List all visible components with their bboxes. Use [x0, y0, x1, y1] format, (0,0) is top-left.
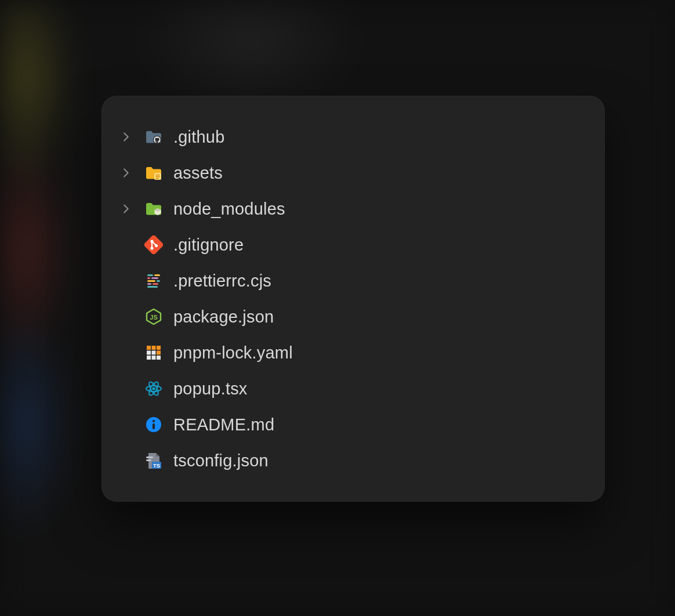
tree-row-github[interactable]: .github [115, 119, 585, 155]
svg-rect-32 [157, 356, 161, 360]
pnpm-icon [143, 342, 164, 363]
svg-rect-19 [147, 283, 151, 285]
tree-item-label: tsconfig.json [173, 451, 268, 470]
svg-rect-4 [156, 178, 159, 179]
svg-rect-28 [147, 351, 151, 355]
folder-node-modules-icon [143, 198, 164, 219]
chevron-right-icon[interactable] [118, 129, 134, 145]
file-tree: .github assets [115, 119, 585, 479]
svg-rect-41 [146, 459, 151, 461]
svg-rect-13 [147, 274, 153, 276]
folder-github-icon [143, 126, 164, 147]
tree-item-label: pnpm-lock.yaml [173, 343, 293, 363]
info-icon [143, 414, 164, 435]
svg-rect-40 [146, 456, 153, 458]
nodejs-icon: JS [143, 306, 164, 327]
svg-point-33 [152, 387, 155, 390]
svg-text:TS: TS [153, 462, 160, 469]
tree-row-assets[interactable]: assets [115, 155, 585, 191]
git-icon [143, 234, 164, 255]
tree-item-label: .prettierrc.cjs [173, 271, 271, 291]
svg-rect-21 [147, 286, 158, 288]
tree-item-label: .github [173, 128, 224, 147]
svg-rect-30 [147, 356, 151, 360]
tree-item-label: package.json [173, 307, 274, 327]
svg-rect-16 [151, 277, 158, 279]
folder-assets-icon [143, 162, 164, 183]
svg-rect-24 [147, 346, 151, 350]
svg-rect-29 [152, 351, 156, 355]
svg-point-38 [153, 420, 155, 422]
tree-row-pnpm-lock[interactable]: pnpm-lock.yaml [115, 335, 585, 371]
tree-item-label: README.md [173, 415, 274, 434]
svg-rect-2 [156, 175, 160, 176]
tree-row-tsconfig[interactable]: TS tsconfig.json [115, 443, 585, 479]
svg-rect-7 [144, 235, 163, 254]
tree-row-popup-tsx[interactable]: popup.tsx [115, 371, 585, 407]
svg-point-11 [155, 244, 158, 247]
file-explorer-panel: .github assets [101, 96, 605, 502]
svg-rect-17 [147, 280, 155, 282]
svg-rect-27 [157, 351, 161, 355]
svg-point-10 [150, 240, 153, 242]
svg-rect-3 [156, 176, 160, 177]
tree-item-label: .gitignore [173, 235, 244, 255]
tree-row-prettierrc[interactable]: .prettierrc.cjs [115, 263, 585, 299]
tree-row-gitignore[interactable]: .gitignore [115, 227, 585, 263]
svg-rect-14 [154, 274, 160, 276]
svg-rect-20 [153, 283, 158, 285]
react-icon [143, 378, 164, 399]
tree-row-readme[interactable]: README.md [115, 407, 585, 443]
tsconfig-icon: TS [143, 450, 164, 471]
svg-point-12 [150, 247, 153, 249]
svg-rect-26 [157, 346, 161, 350]
svg-rect-15 [147, 277, 150, 279]
svg-rect-39 [153, 423, 155, 429]
tree-item-label: assets [173, 164, 223, 183]
svg-rect-31 [152, 356, 156, 360]
tree-row-package-json[interactable]: JS package.json [115, 299, 585, 335]
svg-rect-18 [157, 280, 160, 282]
svg-text:JS: JS [150, 314, 157, 321]
tree-item-label: node_modules [173, 200, 285, 219]
prettier-icon [143, 270, 164, 291]
chevron-right-icon[interactable] [118, 165, 134, 181]
tree-item-label: popup.tsx [173, 379, 248, 398]
chevron-right-icon[interactable] [118, 201, 134, 217]
tree-row-node-modules[interactable]: node_modules [115, 191, 585, 227]
svg-rect-25 [152, 346, 156, 350]
